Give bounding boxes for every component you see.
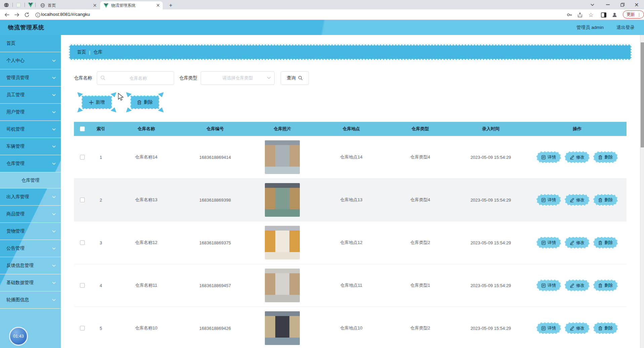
sidebar-item[interactable]: 司机管理	[0, 121, 61, 138]
warehouse-photo[interactable]	[265, 183, 300, 217]
browser-tab-active[interactable]: 物流管理系统 ✕	[100, 1, 163, 9]
row-delete-button[interactable]: 删除	[593, 194, 618, 206]
minimize-button[interactable]	[600, 0, 615, 9]
maximize-button[interactable]	[615, 0, 630, 9]
chevron-down-icon	[52, 212, 56, 216]
edit-button[interactable]: 修改	[565, 322, 590, 334]
url-address[interactable]: localhost:8081/#/cangku	[41, 9, 90, 20]
pinned-tab[interactable]	[14, 1, 23, 9]
detail-button[interactable]: 详情	[536, 322, 561, 334]
row-checkbox[interactable]	[80, 326, 85, 330]
pinned-tab[interactable]	[26, 1, 35, 9]
scrollbar-track[interactable]	[640, 35, 644, 348]
chevron-down-icon	[52, 144, 56, 148]
close-window-button[interactable]: ✕	[629, 0, 644, 9]
detail-button[interactable]: 详情	[536, 280, 561, 291]
detail-button[interactable]: 详情	[536, 194, 561, 206]
warehouse-photo[interactable]	[265, 226, 300, 259]
sidebar-item[interactable]: 管理员管理	[0, 69, 61, 86]
row-delete-button[interactable]: 删除	[593, 322, 618, 334]
reload-button[interactable]	[23, 11, 31, 19]
delete-button[interactable]: 删除	[130, 96, 159, 109]
edit-button[interactable]: 修改	[565, 280, 590, 291]
pinned-tab[interactable]	[2, 1, 11, 9]
table-header-row: 索引 仓库名称 仓库编号 仓库照片 仓库地点 仓库类型 录入时间 操作	[74, 122, 627, 136]
document-icon	[541, 155, 546, 160]
cell-index: 5	[91, 326, 111, 331]
edit-button[interactable]: 修改	[565, 151, 590, 163]
row-delete-button[interactable]: 删除	[593, 280, 618, 291]
row-delete-label: 删除	[604, 197, 613, 203]
sidebar-item-label: 反馈信息管理	[6, 263, 52, 269]
close-tab-icon[interactable]: ✕	[156, 3, 160, 8]
browser-tab-home[interactable]: 首页 ✕	[37, 1, 99, 9]
sidebar-item[interactable]: 仓库管理	[0, 155, 61, 172]
screen: 首页 ✕ 物流管理系统 ✕ + ✕	[0, 0, 644, 348]
sidebar-item[interactable]: 个人中心	[0, 52, 61, 69]
profile-button[interactable]	[610, 11, 618, 19]
site-info-button[interactable]	[34, 11, 42, 19]
row-delete-button[interactable]: 删除	[593, 237, 618, 248]
query-button[interactable]: 查询	[281, 71, 309, 85]
bookmark-star-button[interactable]: ☆	[587, 11, 595, 19]
cell-warehouse-location: 仓库地点10	[316, 325, 387, 331]
side-panel-button[interactable]	[600, 11, 608, 19]
cell-warehouse-name: 仓库名称11	[111, 282, 182, 288]
add-label: 新增	[96, 99, 105, 105]
sidebar-item[interactable]: 商品管理	[0, 206, 61, 223]
warehouse-photo[interactable]	[265, 269, 300, 302]
sidebar-item-label: 车辆管理	[6, 143, 52, 149]
sidebar-item[interactable]: 首页	[0, 35, 61, 52]
row-checkbox[interactable]	[80, 283, 85, 288]
timer-badge[interactable]: 01:43	[9, 327, 28, 346]
warehouse-type-select[interactable]: 请选择仓库类型	[201, 71, 275, 85]
detail-button[interactable]: 详情	[536, 151, 561, 163]
row-delete-button[interactable]: 删除	[593, 151, 618, 163]
password-key-button[interactable]	[565, 11, 573, 19]
back-button[interactable]	[3, 11, 11, 19]
document-icon	[541, 241, 546, 245]
table-row: 1 仓库名称14 1683618869414 仓库地点14 仓库类型4 2023…	[74, 136, 627, 179]
column-header: 仓库地点	[316, 126, 387, 132]
cell-warehouse-type: 仓库类型4	[387, 154, 454, 160]
edit-icon	[570, 283, 574, 288]
share-button[interactable]	[576, 11, 584, 19]
sidebar-item[interactable]: 基础数据管理	[0, 274, 61, 291]
sidebar-item[interactable]: 公告管理	[0, 240, 61, 257]
warehouse-photo[interactable]	[265, 140, 300, 174]
kebab-menu-icon[interactable]: ⋮	[637, 12, 641, 17]
chevron-down-icon	[52, 246, 56, 250]
sidebar-item[interactable]: 货物管理	[0, 223, 61, 240]
row-checkbox[interactable]	[80, 198, 85, 202]
sidebar-item[interactable]: 轮播图信息	[0, 291, 61, 309]
edit-button[interactable]: 修改	[565, 237, 590, 248]
sidebar-item[interactable]: 用户管理	[0, 104, 61, 121]
sidebar-item[interactable]: 员工管理	[0, 86, 61, 104]
browser-update-button[interactable]: 更新 ⋮	[623, 10, 644, 19]
sidebar-item[interactable]: 车辆管理	[0, 138, 61, 155]
row-checkbox[interactable]	[80, 240, 85, 245]
select-all-checkbox[interactable]	[80, 127, 85, 131]
edit-label: 修改	[576, 240, 585, 246]
row-checkbox[interactable]	[80, 155, 85, 160]
timer-label: 01:43	[13, 334, 24, 339]
detail-button[interactable]: 详情	[536, 237, 561, 248]
tab-search-button[interactable]	[585, 0, 600, 9]
forward-button[interactable]	[13, 11, 21, 19]
sidebar-item-label: 用户管理	[6, 109, 52, 115]
close-tab-icon[interactable]: ✕	[93, 3, 97, 8]
warehouse-name-input[interactable]	[97, 71, 174, 85]
logout-link[interactable]: 退出登录	[616, 25, 635, 31]
scrollbar-thumb[interactable]	[641, 42, 644, 147]
warehouse-photo[interactable]	[265, 311, 300, 345]
sidebar-item[interactable]: 出入库管理	[0, 188, 61, 206]
cell-warehouse-type: 仓库类型2	[387, 325, 454, 331]
column-header: 仓库编号	[182, 126, 249, 132]
edit-button[interactable]: 修改	[565, 194, 590, 206]
sidebar-subitem[interactable]: 仓库管理	[0, 172, 61, 188]
breadcrumb-home[interactable]: 首页	[77, 49, 86, 55]
mouse-cursor	[118, 93, 125, 101]
new-tab-button[interactable]: +	[167, 2, 175, 9]
add-button[interactable]: 新增	[82, 96, 112, 109]
sidebar-item[interactable]: 反馈信息管理	[0, 257, 61, 274]
